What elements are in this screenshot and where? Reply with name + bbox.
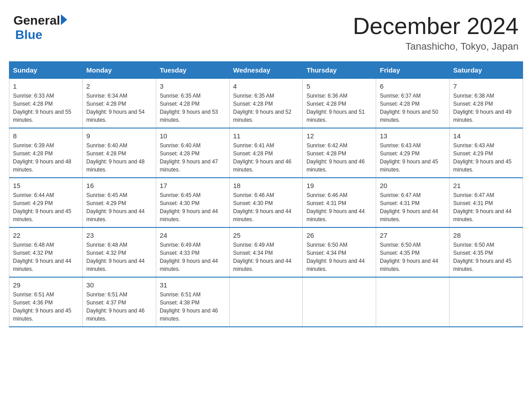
day-info: Sunrise: 6:34 AM Sunset: 4:28 PM Dayligh… (86, 92, 152, 124)
day-info: Sunrise: 6:49 AM Sunset: 4:34 PM Dayligh… (233, 241, 299, 273)
day-number: 28 (453, 231, 519, 239)
calendar-day-cell: 1 Sunrise: 6:33 AM Sunset: 4:28 PM Dayli… (9, 79, 83, 128)
day-info: Sunrise: 6:50 AM Sunset: 4:35 PM Dayligh… (453, 241, 519, 273)
calendar-week-row: 1 Sunrise: 6:33 AM Sunset: 4:28 PM Dayli… (9, 79, 523, 128)
day-info: Sunrise: 6:45 AM Sunset: 4:30 PM Dayligh… (160, 191, 226, 223)
day-info: Sunrise: 6:41 AM Sunset: 4:28 PM Dayligh… (233, 141, 299, 174)
day-info: Sunrise: 6:40 AM Sunset: 4:28 PM Dayligh… (86, 141, 152, 174)
day-info: Sunrise: 6:35 AM Sunset: 4:28 PM Dayligh… (233, 92, 299, 124)
day-info: Sunrise: 6:37 AM Sunset: 4:28 PM Dayligh… (380, 92, 446, 124)
col-header-thursday: Thursday (303, 62, 376, 79)
calendar-day-cell: 23 Sunrise: 6:48 AM Sunset: 4:32 PM Dayl… (82, 227, 156, 277)
col-header-friday: Friday (376, 62, 450, 79)
day-number: 29 (13, 281, 79, 289)
calendar-day-cell: 11 Sunrise: 6:41 AM Sunset: 4:28 PM Dayl… (229, 128, 303, 178)
calendar-day-cell: 4 Sunrise: 6:35 AM Sunset: 4:28 PM Dayli… (229, 79, 303, 128)
calendar-empty-cell (229, 277, 303, 327)
day-info: Sunrise: 6:50 AM Sunset: 4:35 PM Dayligh… (380, 241, 446, 273)
calendar-day-cell: 26 Sunrise: 6:50 AM Sunset: 4:34 PM Dayl… (303, 227, 376, 277)
calendar-day-cell: 28 Sunrise: 6:50 AM Sunset: 4:35 PM Dayl… (450, 227, 523, 277)
calendar-day-cell: 2 Sunrise: 6:34 AM Sunset: 4:28 PM Dayli… (82, 79, 156, 128)
day-number: 26 (306, 231, 372, 239)
day-number: 12 (306, 132, 372, 140)
calendar-day-cell: 10 Sunrise: 6:40 AM Sunset: 4:28 PM Dayl… (156, 128, 229, 178)
calendar-day-cell: 15 Sunrise: 6:44 AM Sunset: 4:29 PM Dayl… (9, 178, 83, 227)
calendar-day-cell: 16 Sunrise: 6:45 AM Sunset: 4:29 PM Dayl… (82, 178, 156, 227)
day-number: 30 (86, 281, 152, 289)
day-info: Sunrise: 6:40 AM Sunset: 4:28 PM Dayligh… (160, 141, 226, 174)
day-info: Sunrise: 6:43 AM Sunset: 4:29 PM Dayligh… (453, 141, 519, 174)
calendar-day-cell: 12 Sunrise: 6:42 AM Sunset: 4:28 PM Dayl… (303, 128, 376, 178)
calendar-day-cell: 27 Sunrise: 6:50 AM Sunset: 4:35 PM Dayl… (376, 227, 450, 277)
logo-blue-text: Blue (15, 28, 43, 42)
logo-general-text: General (13, 13, 60, 28)
month-title: December 2024 (353, 13, 519, 39)
day-info: Sunrise: 6:50 AM Sunset: 4:34 PM Dayligh… (306, 241, 372, 273)
calendar-day-cell: 25 Sunrise: 6:49 AM Sunset: 4:34 PM Dayl… (229, 227, 303, 277)
calendar-empty-cell (450, 277, 523, 327)
calendar-week-row: 22 Sunrise: 6:48 AM Sunset: 4:32 PM Dayl… (9, 227, 523, 277)
day-info: Sunrise: 6:43 AM Sunset: 4:29 PM Dayligh… (380, 141, 446, 174)
calendar-day-cell: 22 Sunrise: 6:48 AM Sunset: 4:32 PM Dayl… (9, 227, 83, 277)
col-header-saturday: Saturday (450, 62, 523, 79)
day-number: 7 (453, 82, 519, 90)
calendar-day-cell: 3 Sunrise: 6:35 AM Sunset: 4:28 PM Dayli… (156, 79, 229, 128)
calendar-day-cell: 19 Sunrise: 6:46 AM Sunset: 4:31 PM Dayl… (303, 178, 376, 227)
day-info: Sunrise: 6:47 AM Sunset: 4:31 PM Dayligh… (453, 191, 519, 223)
day-info: Sunrise: 6:51 AM Sunset: 4:37 PM Dayligh… (86, 291, 152, 323)
day-number: 18 (233, 182, 299, 189)
col-header-sunday: Sunday (9, 62, 83, 79)
day-info: Sunrise: 6:48 AM Sunset: 4:32 PM Dayligh… (86, 241, 152, 273)
day-number: 4 (233, 82, 299, 90)
day-number: 3 (160, 82, 226, 90)
calendar-day-cell: 29 Sunrise: 6:51 AM Sunset: 4:36 PM Dayl… (9, 277, 83, 327)
day-number: 14 (453, 132, 519, 140)
calendar-week-row: 8 Sunrise: 6:39 AM Sunset: 4:28 PM Dayli… (9, 128, 523, 178)
col-header-wednesday: Wednesday (229, 62, 303, 79)
calendar-day-cell: 30 Sunrise: 6:51 AM Sunset: 4:37 PM Dayl… (82, 277, 156, 327)
day-info: Sunrise: 6:51 AM Sunset: 4:38 PM Dayligh… (160, 291, 226, 323)
calendar-day-cell: 7 Sunrise: 6:38 AM Sunset: 4:28 PM Dayli… (450, 79, 523, 128)
day-number: 24 (160, 231, 226, 239)
day-number: 31 (160, 281, 226, 289)
calendar-table: SundayMondayTuesdayWednesdayThursdayFrid… (9, 61, 523, 327)
calendar-body: 1 Sunrise: 6:33 AM Sunset: 4:28 PM Dayli… (9, 79, 523, 327)
day-number: 21 (453, 182, 519, 189)
calendar-week-row: 29 Sunrise: 6:51 AM Sunset: 4:36 PM Dayl… (9, 277, 523, 327)
day-info: Sunrise: 6:44 AM Sunset: 4:29 PM Dayligh… (13, 191, 79, 223)
calendar-day-cell: 31 Sunrise: 6:51 AM Sunset: 4:38 PM Dayl… (156, 277, 229, 327)
calendar-day-cell: 5 Sunrise: 6:36 AM Sunset: 4:28 PM Dayli… (303, 79, 376, 128)
col-header-tuesday: Tuesday (156, 62, 229, 79)
day-number: 11 (233, 132, 299, 140)
calendar-day-cell: 9 Sunrise: 6:40 AM Sunset: 4:28 PM Dayli… (82, 128, 156, 178)
logo-arrow-icon (61, 14, 67, 25)
day-info: Sunrise: 6:39 AM Sunset: 4:28 PM Dayligh… (13, 141, 79, 174)
col-header-monday: Monday (82, 62, 156, 79)
day-number: 25 (233, 231, 299, 239)
day-info: Sunrise: 6:49 AM Sunset: 4:33 PM Dayligh… (160, 241, 226, 273)
calendar-week-row: 15 Sunrise: 6:44 AM Sunset: 4:29 PM Dayl… (9, 178, 523, 227)
calendar-day-cell: 17 Sunrise: 6:45 AM Sunset: 4:30 PM Dayl… (156, 178, 229, 227)
day-info: Sunrise: 6:47 AM Sunset: 4:31 PM Dayligh… (380, 191, 446, 223)
calendar-day-cell: 6 Sunrise: 6:37 AM Sunset: 4:28 PM Dayli… (376, 79, 450, 128)
day-number: 13 (380, 132, 446, 140)
day-number: 9 (86, 132, 152, 140)
day-number: 22 (13, 231, 79, 239)
day-number: 2 (86, 82, 152, 90)
day-number: 20 (380, 182, 446, 189)
location-title: Tanashicho, Tokyo, Japan (353, 41, 519, 52)
calendar-day-cell: 8 Sunrise: 6:39 AM Sunset: 4:28 PM Dayli… (9, 128, 83, 178)
logo: General Blue (13, 13, 67, 42)
page-header: General Blue December 2024 Tanashicho, T… (9, 9, 523, 52)
calendar-day-cell: 20 Sunrise: 6:47 AM Sunset: 4:31 PM Dayl… (376, 178, 450, 227)
day-info: Sunrise: 6:46 AM Sunset: 4:30 PM Dayligh… (233, 191, 299, 223)
day-number: 15 (13, 182, 79, 189)
day-info: Sunrise: 6:36 AM Sunset: 4:28 PM Dayligh… (306, 92, 372, 124)
day-number: 8 (13, 132, 79, 140)
day-number: 5 (306, 82, 372, 90)
day-info: Sunrise: 6:46 AM Sunset: 4:31 PM Dayligh… (306, 191, 372, 223)
calendar-day-cell: 14 Sunrise: 6:43 AM Sunset: 4:29 PM Dayl… (450, 128, 523, 178)
day-number: 23 (86, 231, 152, 239)
day-info: Sunrise: 6:35 AM Sunset: 4:28 PM Dayligh… (160, 92, 226, 124)
day-info: Sunrise: 6:42 AM Sunset: 4:28 PM Dayligh… (306, 141, 372, 174)
